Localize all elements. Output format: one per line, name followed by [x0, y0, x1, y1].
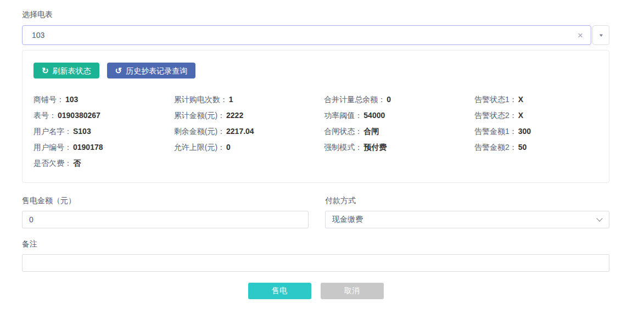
info-field-switch-state: 合闸状态：合闸 — [324, 124, 474, 139]
info-field-combined-balance: 合并计量总余额：0 — [324, 92, 474, 108]
sell-amount-field: 售电金额（元） — [22, 196, 309, 228]
sell-button[interactable]: 售电 — [248, 283, 311, 299]
payment-method-select[interactable] — [325, 211, 609, 228]
cancel-button[interactable]: 取消 — [321, 283, 384, 299]
history-records-query-button[interactable]: ↺ 历史抄表记录查询 — [107, 63, 196, 78]
info-field-shop-number: 商铺号：103 — [33, 92, 174, 108]
info-field-total-amount: 累计金额(元)：2222 — [174, 108, 324, 124]
info-field-remaining-amount: 剩余金额(元)：2217.04 — [174, 124, 324, 139]
meter-info-grid: 商铺号：103 表号：0190380267 用户名字：S103 用户编号：019… — [33, 92, 598, 171]
payment-method-label: 付款方式 — [325, 196, 609, 206]
sell-amount-input[interactable] — [22, 211, 309, 228]
history-button-label: 历史抄表记录查询 — [126, 67, 187, 75]
clear-icon[interactable]: × — [575, 31, 585, 40]
info-field-user-name: 用户名字：S103 — [33, 124, 174, 139]
panel-button-row: ↻ 刷新表状态 ↺ 历史抄表记录查询 — [33, 63, 598, 78]
info-field-in-arrears: 是否欠费：否 — [33, 155, 174, 171]
refresh-meter-status-button[interactable]: ↻ 刷新表状态 — [33, 63, 99, 78]
meter-select-row: × ▼ — [22, 25, 609, 45]
info-field-alarm-amount-1: 告警金额1：300 — [474, 124, 598, 139]
payment-method-value[interactable] — [325, 211, 609, 228]
amount-payment-row: 售电金额（元） 付款方式 — [22, 196, 609, 228]
remark-field: 备注 — [22, 239, 609, 272]
info-column-4: 告警状态1：X 告警状态2：X 告警金额1：300 告警金额2：50 — [474, 92, 598, 171]
refresh-icon: ↻ — [42, 66, 49, 75]
info-field-alarm-state-2: 告警状态2：X — [474, 108, 598, 124]
sell-electricity-page: 选择电表 × ▼ ↻ 刷新表状态 ↺ 历史抄表记录查询 商铺号：103 表号：0… — [0, 0, 609, 299]
meter-dropdown-toggle-button[interactable]: ▼ — [592, 25, 609, 45]
info-field-allowed-limit: 允许上限(元)：0 — [174, 139, 324, 155]
remark-label: 备注 — [22, 239, 609, 249]
info-column-3: 合并计量总余额：0 功率阈值：54000 合闸状态：合闸 强制模式：预付费 — [324, 92, 474, 171]
history-icon: ↺ — [115, 66, 122, 75]
action-button-row: 售电 取消 — [22, 283, 609, 299]
sell-amount-label: 售电金额（元） — [22, 196, 309, 206]
refresh-button-label: 刷新表状态 — [53, 67, 91, 75]
info-field-user-id: 用户编号：0190178 — [33, 139, 174, 155]
meter-select[interactable]: × — [22, 25, 591, 45]
info-field-power-threshold: 功率阈值：54000 — [324, 108, 474, 124]
meter-select-input[interactable] — [31, 30, 575, 40]
info-column-2: 累计购电次数：1 累计金额(元)：2222 剩余金额(元)：2217.04 允许… — [174, 92, 324, 171]
payment-method-field: 付款方式 — [325, 196, 609, 228]
info-field-force-mode: 强制模式：预付费 — [324, 139, 474, 155]
meter-select-label: 选择电表 — [22, 10, 609, 20]
remark-input[interactable] — [22, 254, 609, 272]
info-column-1: 商铺号：103 表号：0190380267 用户名字：S103 用户编号：019… — [33, 92, 174, 171]
caret-down-icon: ▼ — [598, 33, 603, 38]
info-field-alarm-state-1: 告警状态1：X — [474, 92, 598, 108]
info-field-purchase-count: 累计购电次数：1 — [174, 92, 324, 108]
info-field-meter-number: 表号：0190380267 — [33, 108, 174, 124]
info-field-alarm-amount-2: 告警金额2：50 — [474, 139, 598, 155]
meter-status-panel: ↻ 刷新表状态 ↺ 历史抄表记录查询 商铺号：103 表号：0190380267… — [22, 50, 609, 183]
